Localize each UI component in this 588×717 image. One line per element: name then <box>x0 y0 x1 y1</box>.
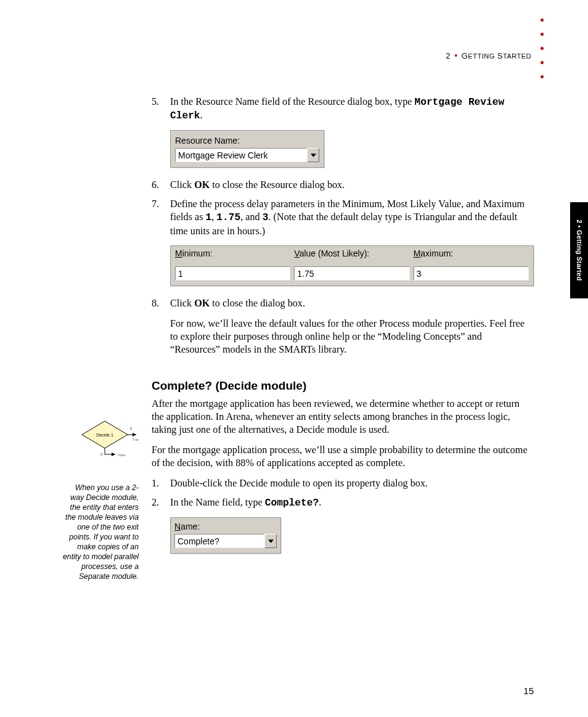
side-tab-text: 2 • Getting Started <box>576 219 583 281</box>
step-6: 6. Click OK to close the Resource dialog… <box>152 179 528 192</box>
header-title-initial2: S <box>497 51 503 60</box>
page-number: 15 <box>523 686 534 696</box>
bullet-icon: • <box>453 51 459 60</box>
section-paragraph-2: For the mortgage application process, we… <box>152 444 528 470</box>
step-number: 7. <box>152 198 170 237</box>
svg-marker-5 <box>133 433 136 436</box>
header-title-rest: ETTING <box>468 52 494 60</box>
delay-parameters-panel: Minimum: 1 Value (Most Likely): 1.75 Max… <box>170 245 534 286</box>
code-text: 1 <box>206 212 212 223</box>
header-title-initial: G <box>462 51 468 60</box>
step-number: 1. <box>152 477 170 490</box>
bold-text: OK <box>194 298 210 309</box>
decide-module-icon: Decide 1 0 True 0 False <box>77 410 139 459</box>
decide-step-1: 1. Double-click the Decide module to ope… <box>152 477 528 490</box>
step-number: 2. <box>152 496 170 510</box>
section-paragraph-1: After the mortgage application has been … <box>152 398 528 436</box>
step-text: Click <box>170 298 194 309</box>
code-text: 3 <box>263 212 269 223</box>
name-value[interactable]: Complete? <box>174 534 264 548</box>
resource-name-value[interactable]: Mortgage Review Clerk <box>175 148 307 162</box>
step-text: In the Name field, type <box>170 497 265 508</box>
resource-name-combo[interactable]: Mortgage Review Clerk <box>175 148 319 162</box>
svg-text:False: False <box>118 453 125 457</box>
name-combo[interactable]: Complete? <box>174 534 277 548</box>
maximum-input[interactable]: 3 <box>414 266 529 281</box>
dropdown-arrow-icon[interactable] <box>307 148 319 162</box>
minimum-value[interactable]: 1 <box>175 266 290 281</box>
step-text-end: . <box>319 497 321 508</box>
step-text: Double-click the Decide module to open i… <box>170 477 528 490</box>
svg-text:0: 0 <box>100 453 103 456</box>
step-text-end: to close the dialog box. <box>210 298 305 309</box>
step-number: 8. <box>152 297 170 364</box>
step-8-paragraph: For now, we’ll leave the default values … <box>170 318 528 356</box>
svg-marker-10 <box>112 453 115 456</box>
step-number: 6. <box>152 179 170 192</box>
value-label: Value (Most Likely): <box>294 248 409 259</box>
name-field-panel: Name: Complete? <box>170 517 281 554</box>
section-heading: Complete? (Decide module) <box>152 379 528 394</box>
minimum-input[interactable]: 1 <box>175 266 290 281</box>
svg-marker-0 <box>311 154 316 157</box>
code-text: Complete? <box>265 498 319 509</box>
header-title-rest2: TARTED <box>503 52 531 60</box>
svg-text:True: True <box>133 438 139 441</box>
svg-text:Decide 1: Decide 1 <box>96 433 113 437</box>
name-label: Name: <box>174 521 277 532</box>
step-7: 7. Define the process delay parameters i… <box>152 198 528 237</box>
chapter-side-tab: 2 • Getting Started <box>570 202 588 298</box>
step-number: 5. <box>152 96 170 123</box>
svg-text:0: 0 <box>130 427 133 430</box>
step-8: 8. Click OK to close the dialog box. For… <box>152 297 528 364</box>
step-text-end: . <box>200 110 203 121</box>
svg-marker-1 <box>268 539 274 543</box>
decorative-dots <box>541 18 544 78</box>
step-text: In the Resource Name field of the Resour… <box>170 96 414 107</box>
header-chapter-num: 2 <box>446 51 451 60</box>
code-text: 1.75 <box>216 212 240 223</box>
resource-name-label: Resource Name: <box>175 135 319 146</box>
resource-name-panel: Resource Name: Mortgage Review Clerk <box>170 130 324 168</box>
sidebar-note: When you use a 2-way Decide module, the … <box>62 483 139 582</box>
page-header: 2 • GETTING STARTED <box>446 51 531 60</box>
step-text-end: to close the Resource dialog box. <box>210 179 345 191</box>
value-value[interactable]: 1.75 <box>294 266 409 281</box>
step-5: 5. In the Resource Name field of the Res… <box>152 96 528 123</box>
value-input[interactable]: 1.75 <box>294 266 409 281</box>
maximum-value[interactable]: 3 <box>414 266 529 281</box>
dropdown-arrow-icon[interactable] <box>264 534 277 548</box>
minimum-label: Minimum: <box>175 248 290 259</box>
maximum-label: Maximum: <box>414 248 529 259</box>
step-text: Click <box>170 179 194 191</box>
decide-step-2: 2. In the Name field, type Complete?. <box>152 496 528 510</box>
bold-text: OK <box>194 179 210 191</box>
